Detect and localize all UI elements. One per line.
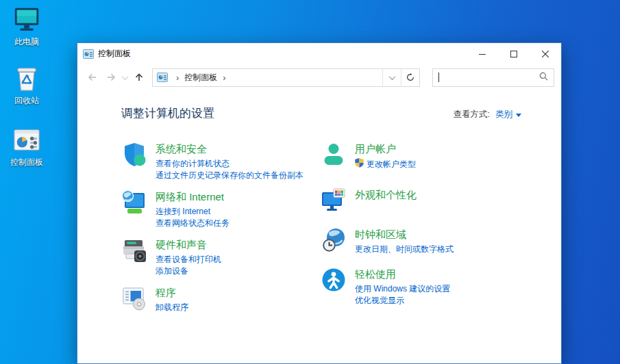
view-by-dropdown[interactable]: 类别 <box>495 109 521 120</box>
category-title-link[interactable]: 硬件和声音 <box>156 238 207 252</box>
back-button[interactable] <box>83 68 101 86</box>
category-hardware-sound: 硬件和声音 查看设备和打印机 添加设备 <box>121 237 321 277</box>
task-link[interactable]: 连接到 Internet <box>156 206 230 218</box>
control-panel-icon <box>12 126 41 155</box>
text-caret <box>438 73 439 82</box>
category-ease-of-access: 轻松使用 使用 Windows 建议的设置 优化视觉显示 <box>321 267 520 307</box>
forward-button[interactable] <box>101 68 120 86</box>
view-by-control: 查看方式: 类别 <box>454 109 521 120</box>
task-link[interactable]: 优化视觉显示 <box>355 295 450 307</box>
category-title-link[interactable]: 用户帐户 <box>355 142 396 156</box>
desktop-icon-this-pc[interactable]: 此电脑 <box>4 5 49 48</box>
category-programs: 程序 卸载程序 <box>121 285 321 317</box>
task-link[interactable]: 通过文件历史记录保存你的文件备份副本 <box>156 170 303 181</box>
up-button[interactable] <box>129 68 148 86</box>
category-title-link[interactable]: 程序 <box>156 286 176 300</box>
page-title: 调整计算机的设置 <box>121 105 214 121</box>
desktop-icon-recycle-bin[interactable]: 回收站 <box>4 64 49 107</box>
task-link-change-account-type[interactable]: 更改帐户类型 <box>355 158 416 171</box>
control-panel-app-icon <box>83 49 94 60</box>
category-title-link[interactable]: 外观和个性化 <box>355 188 417 202</box>
recycle-bin-icon <box>12 64 41 93</box>
desktop-icon-label: 控制面板 <box>10 157 43 168</box>
uac-shield-icon <box>355 158 364 171</box>
category-title-link[interactable]: 时钟和区域 <box>355 228 406 242</box>
desktop-icon-label: 此电脑 <box>14 36 39 48</box>
search-input[interactable] <box>432 68 554 87</box>
view-by-label: 查看方式: <box>454 109 490 120</box>
category-title-link[interactable]: 轻松使用 <box>355 268 396 281</box>
breadcrumb-item-control-panel[interactable]: 控制面板 <box>184 72 217 83</box>
task-link[interactable]: 添加设备 <box>156 265 221 277</box>
address-dropdown-chevron[interactable] <box>382 69 401 86</box>
task-link[interactable]: 使用 Windows 建议的设置 <box>355 283 450 295</box>
task-link[interactable]: 卸载程序 <box>156 302 188 313</box>
user-accounts-icon <box>321 142 347 168</box>
task-link[interactable]: 更改日期、时间或数字格式 <box>355 244 454 255</box>
window-title: 控制面板 <box>98 48 467 60</box>
programs-window-disc-icon <box>121 285 147 311</box>
minimize-button[interactable] <box>467 43 498 64</box>
task-link[interactable]: 查看设备和打印机 <box>156 254 221 265</box>
task-link[interactable]: 查看你的计算机状态 <box>156 158 303 170</box>
category-title-link[interactable]: 网络和 Internet <box>156 190 224 204</box>
close-button[interactable] <box>530 43 561 64</box>
ease-of-access-icon <box>321 267 347 293</box>
category-system-security: 系统和安全 查看你的计算机状态 通过文件历史记录保存你的文件备份副本 <box>121 142 321 181</box>
category-column-left: 系统和安全 查看你的计算机状态 通过文件历史记录保存你的文件备份副本 <box>121 142 321 325</box>
control-panel-crumb-icon <box>157 72 168 83</box>
maximize-button[interactable] <box>498 43 530 64</box>
personalization-monitor-palette-icon <box>321 187 347 213</box>
category-network-internet: 网络和 Internet 连接到 Internet 查看网络状态和任务 <box>121 190 321 229</box>
category-user-accounts: 用户帐户 更改帐户类型 <box>321 142 520 173</box>
desktop-icon-label: 回收站 <box>14 95 39 107</box>
printer-speaker-icon <box>121 237 147 263</box>
this-pc-icon <box>12 5 41 34</box>
control-panel-home: 调整计算机的设置 查看方式: 类别 <box>77 90 561 363</box>
search-icon <box>539 71 548 83</box>
navigation-toolbar: › 控制面板 › <box>77 64 561 90</box>
recent-locations-chevron[interactable] <box>120 68 129 86</box>
breadcrumb[interactable]: › 控制面板 › <box>153 69 382 86</box>
refresh-button[interactable] <box>401 69 419 86</box>
desktop-icon-control-panel[interactable]: 控制面板 <box>4 126 49 168</box>
breadcrumb-separator: › <box>171 73 184 83</box>
chevron-down-icon <box>516 114 521 117</box>
breadcrumb-separator: › <box>217 73 231 83</box>
clock-region-globe-icon <box>321 227 347 253</box>
category-clock-region: 时钟和区域 更改日期、时间或数字格式 <box>321 227 520 259</box>
network-globe-monitor-icon <box>121 190 147 216</box>
task-link[interactable]: 查看网络状态和任务 <box>156 218 230 229</box>
category-column-right: 用户帐户 更改帐户类型 <box>321 142 520 325</box>
category-appearance-personalization: 外观和个性化 <box>321 187 520 219</box>
security-shield-icon <box>121 142 147 168</box>
category-title-link[interactable]: 系统和安全 <box>156 142 207 156</box>
control-panel-window: 控制面板 <box>77 42 562 364</box>
title-bar[interactable]: 控制面板 <box>77 43 561 64</box>
address-bar[interactable]: › 控制面板 › <box>152 68 420 87</box>
